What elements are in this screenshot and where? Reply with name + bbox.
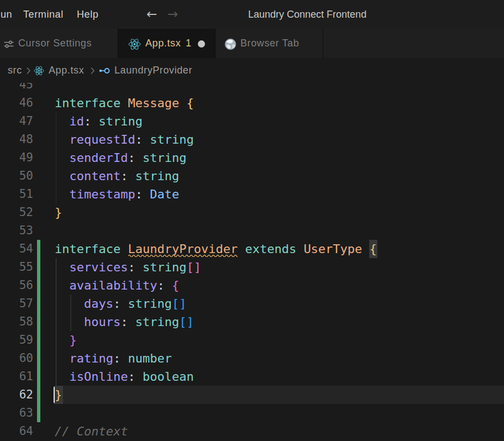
text-cursor	[54, 387, 55, 403]
tab-cursor-settings[interactable]: Cursor Settings	[0, 29, 118, 58]
code-line[interactable]: 56 availability: {	[0, 276, 504, 295]
tab-separator	[118, 29, 118, 58]
code-line[interactable]: 59 }	[0, 331, 504, 349]
tab-label: App.tsx	[145, 29, 181, 58]
chevron-right-icon	[26, 67, 31, 75]
code-line[interactable]: 63	[0, 404, 504, 422]
code-line-text: isOnline: boolean	[55, 368, 194, 386]
code-line[interactable]: 45	[0, 83, 504, 94]
line-number[interactable]: 56	[0, 276, 33, 295]
line-number[interactable]: 45	[0, 83, 33, 94]
line-number[interactable]: 63	[0, 404, 33, 422]
line-number[interactable]: 64	[0, 422, 33, 440]
nav-back-icon[interactable]: ←	[146, 0, 157, 29]
code-line[interactable]: 50 content: string	[0, 167, 504, 185]
code-line[interactable]: 55 services: string[]	[0, 258, 504, 276]
tab-separator	[323, 29, 323, 58]
tab-browser-tab[interactable]: Browser Tab	[216, 29, 323, 58]
line-number[interactable]: 57	[0, 295, 33, 313]
tab-label: Cursor Settings	[18, 29, 92, 58]
line-number[interactable]: 47	[0, 112, 33, 130]
breadcrumb-item-file[interactable]: App.tsx	[49, 58, 84, 83]
line-number[interactable]: 55	[0, 258, 33, 276]
code-line-text: interface Message {	[55, 94, 194, 112]
code-line[interactable]: 49 senderId: string	[0, 149, 504, 167]
code-line-text: // Context	[55, 422, 128, 440]
line-number[interactable]: 49	[0, 149, 33, 167]
code-line[interactable]: 47 id: string	[0, 112, 504, 130]
tab-bar: Cursor Settings App.tsx 1 Browser Tab	[0, 29, 504, 58]
code-editor[interactable]: 4546interface Message {47 id: string48 r…	[0, 83, 504, 441]
tab-app-tsx[interactable]: App.tsx 1	[118, 29, 216, 58]
code-line-text: services: string[]	[55, 258, 201, 276]
code-line-text: }	[55, 331, 77, 349]
line-number[interactable]: 52	[0, 203, 33, 222]
breadcrumb: src App.tsx LaundryProvider	[0, 58, 504, 83]
code-line-text: content: string	[55, 167, 179, 185]
code-line[interactable]: 52}	[0, 203, 504, 222]
react-icon	[128, 38, 141, 50]
sliders-icon	[4, 39, 14, 49]
line-number[interactable]: 46	[0, 94, 33, 112]
react-icon	[34, 66, 44, 76]
code-line[interactable]: 51 timestamp: Date	[0, 185, 504, 203]
code-line-text: senderId: string	[55, 149, 186, 167]
code-line-text: availability: {	[55, 276, 179, 295]
code-line-text: requestId: string	[55, 130, 194, 149]
line-number[interactable]: 48	[0, 130, 33, 149]
code-line[interactable]: 61 isOnline: boolean	[0, 368, 504, 386]
code-line[interactable]: 62}	[0, 386, 504, 404]
code-line-text: rating: number	[55, 349, 172, 368]
line-number[interactable]: 51	[0, 185, 33, 203]
breadcrumb-item-src[interactable]: src	[8, 58, 22, 83]
chevron-right-icon	[90, 67, 95, 75]
nav-forward-icon[interactable]: →	[167, 0, 178, 29]
menu-item-help[interactable]: Help	[77, 0, 98, 29]
line-number[interactable]: 50	[0, 167, 33, 185]
code-line-text: id: string	[55, 112, 143, 130]
current-line-highlight	[55, 386, 504, 404]
code-line[interactable]: 54interface LaundryProvider extends User…	[0, 240, 504, 258]
code-line-text: hours: string[]	[55, 313, 194, 331]
code-line-text: interface LaundryProvider extends UserTy…	[55, 240, 377, 258]
code-line-text: }	[55, 386, 62, 404]
tab-problems-badge: 1	[186, 29, 192, 58]
menu-item-terminal[interactable]: Terminal	[23, 0, 64, 29]
line-number[interactable]: 60	[0, 349, 33, 368]
code-line[interactable]: 46interface Message {	[0, 94, 504, 112]
line-number[interactable]: 62	[0, 386, 33, 404]
menu-item-run[interactable]: un	[1, 0, 12, 29]
line-number[interactable]: 59	[0, 331, 33, 349]
code-line-text: timestamp: Date	[55, 185, 179, 203]
code-line-text: }	[55, 203, 62, 222]
modified-dot-icon[interactable]	[198, 40, 205, 48]
symbol-interface-icon	[98, 66, 112, 75]
line-number[interactable]: 61	[0, 368, 33, 386]
code-line[interactable]: 60 rating: number	[0, 349, 504, 368]
title-bar: un Terminal Help ← → Laundry Connect Fro…	[0, 0, 504, 29]
code-line[interactable]: 58 hours: string[]	[0, 313, 504, 331]
code-line[interactable]: 57 days: string[]	[0, 295, 504, 313]
code-line[interactable]: 64// Context	[0, 422, 504, 440]
code-line[interactable]: 48 requestId: string	[0, 130, 504, 149]
code-line-text: days: string[]	[55, 295, 186, 313]
code-line[interactable]: 53	[0, 222, 504, 240]
tab-label: Browser Tab	[240, 29, 299, 58]
globe-icon	[224, 38, 237, 50]
line-number[interactable]: 58	[0, 313, 33, 331]
line-number[interactable]: 53	[0, 222, 33, 240]
tab-separator	[215, 29, 216, 58]
window-title: Laundry Connect Frontend	[248, 0, 366, 29]
breadcrumb-item-symbol[interactable]: LaundryProvider	[114, 58, 192, 83]
line-number[interactable]: 54	[0, 240, 33, 258]
